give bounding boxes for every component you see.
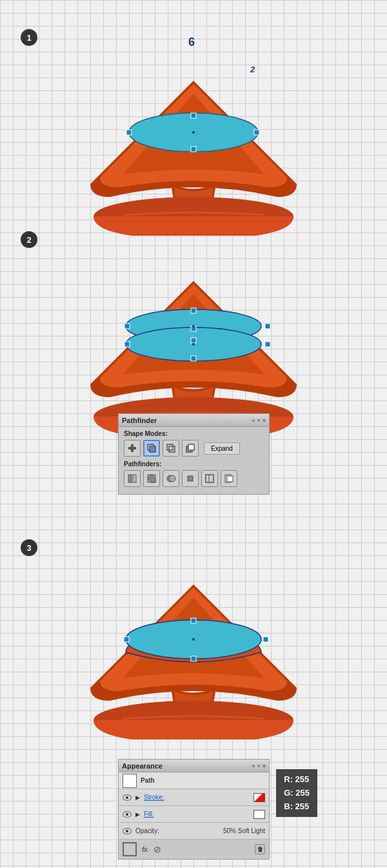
pf-outline-btn[interactable]	[201, 470, 218, 487]
pf-merge-btn[interactable]	[163, 470, 179, 487]
path-label: Path	[141, 777, 265, 784]
step-badge-2: 2	[21, 231, 37, 248]
svg-rect-21	[128, 447, 136, 450]
label-6: 6	[188, 36, 195, 49]
svg-rect-4	[126, 130, 132, 135]
svg-rect-34	[188, 476, 193, 481]
pathfinder-panel: Pathfinder « × ≡ Shape Modes:	[118, 413, 270, 495]
svg-rect-29	[133, 475, 136, 482]
svg-rect-38	[227, 476, 233, 482]
svg-rect-42	[191, 656, 196, 661]
svg-point-33	[169, 475, 175, 482]
pathfinder-close[interactable]: ×	[257, 417, 260, 424]
svg-point-45	[192, 638, 195, 641]
step-badge-3: 3	[21, 539, 37, 556]
stroke-visibility-icon[interactable]	[123, 794, 132, 801]
shape-modes-label: Shape Modes:	[124, 430, 264, 437]
appearance-close[interactable]: ×	[257, 763, 260, 769]
opacity-label: Opacity:	[135, 827, 219, 834]
svg-rect-17	[265, 342, 270, 347]
opacity-visibility-icon[interactable]	[123, 828, 132, 834]
fx-button[interactable]: fx.	[142, 845, 150, 853]
label-2: 2	[250, 65, 255, 74]
shape-modes-row: Expand	[124, 440, 264, 457]
scene-2-svg	[71, 249, 316, 436]
pathfinder-double-arrow[interactable]: «	[252, 417, 255, 424]
opacity-row: Opacity: 50% Soft Light	[119, 823, 269, 840]
svg-rect-2	[191, 113, 196, 118]
svg-point-18	[192, 325, 195, 327]
svg-point-6	[192, 131, 195, 134]
fill-arrow-icon: ▶	[135, 811, 140, 818]
pf-minus-back-btn[interactable]	[221, 470, 237, 487]
pathfinders-label: Pathfinders:	[124, 460, 264, 468]
svg-rect-13	[265, 324, 270, 329]
shape-add-btn[interactable]	[124, 440, 141, 457]
expand-button[interactable]: Expand	[204, 442, 240, 455]
shape-exclude-btn[interactable]	[163, 440, 179, 457]
scene-1-svg	[71, 48, 316, 236]
svg-rect-44	[263, 637, 268, 642]
r-value: R: 255	[284, 773, 310, 787]
stroke-row: ▶ Stroke:	[119, 789, 269, 806]
pathfinder-body: Shape Modes:	[119, 427, 269, 494]
delete-button[interactable]: 🗑	[255, 844, 265, 854]
appearance-title: Appearance	[122, 762, 163, 770]
arrow-icon: ▶	[135, 794, 140, 801]
b-value: B: 255	[284, 800, 310, 814]
svg-rect-41	[191, 618, 196, 623]
svg-rect-25	[169, 446, 175, 452]
svg-rect-10	[191, 308, 196, 313]
stroke-swatch[interactable]	[253, 793, 265, 802]
new-item-icon[interactable]	[123, 842, 137, 856]
path-row: Path R: 255 G: 255 B: 255	[119, 772, 269, 789]
rgb-tooltip: R: 255 G: 255 B: 255	[276, 769, 317, 817]
svg-rect-35	[206, 475, 213, 482]
no-fill-icon[interactable]: ⊘	[154, 844, 161, 854]
appearance-menu[interactable]: ≡	[263, 763, 266, 769]
fill-swatch[interactable]	[253, 810, 265, 819]
pathfinder-title: Pathfinder	[122, 417, 157, 424]
svg-rect-23	[150, 446, 155, 452]
pathfinder-menu[interactable]: ≡	[263, 417, 266, 424]
step-badge-1: 1	[21, 29, 37, 46]
svg-rect-12	[124, 324, 130, 329]
pf-crop-btn[interactable]	[182, 470, 199, 487]
stroke-label[interactable]: Stroke:	[144, 794, 250, 801]
appearance-footer: fx. ⊘ 🗑	[119, 840, 269, 859]
appearance-panel: Appearance « × ≡ Path R: 255 G: 255 B: 2…	[118, 759, 270, 860]
scene-3-svg	[71, 552, 316, 739]
fill-label[interactable]: Fill:	[144, 811, 250, 818]
appearance-double-arrow[interactable]: «	[252, 763, 255, 769]
svg-rect-16	[124, 342, 130, 347]
svg-rect-15	[191, 356, 196, 361]
fill-row: ▶ Fill:	[119, 806, 269, 823]
g-value: G: 255	[284, 787, 310, 800]
svg-rect-3	[191, 147, 196, 152]
fill-visibility-icon[interactable]	[123, 811, 132, 818]
appearance-titlebar: Appearance « × ≡	[119, 760, 269, 772]
svg-rect-27	[188, 444, 194, 450]
path-thumbnail	[123, 774, 137, 788]
pathfinder-controls: « × ≡	[252, 417, 266, 424]
pathfinders-row	[124, 470, 264, 487]
svg-rect-24	[167, 444, 173, 450]
shape-intersect-btn[interactable]	[143, 440, 160, 457]
svg-rect-28	[128, 475, 132, 482]
shape-minus-btn[interactable]	[182, 440, 199, 457]
appearance-controls: « × ≡	[252, 763, 266, 769]
svg-point-19	[192, 343, 195, 346]
opacity-value[interactable]: 50% Soft Light	[223, 827, 265, 834]
svg-rect-5	[254, 130, 259, 135]
pf-divide-btn[interactable]	[124, 470, 141, 487]
svg-rect-11	[191, 338, 196, 343]
pathfinder-titlebar: Pathfinder « × ≡	[119, 414, 269, 427]
svg-rect-43	[124, 637, 129, 642]
pf-trim-btn[interactable]	[143, 470, 160, 487]
